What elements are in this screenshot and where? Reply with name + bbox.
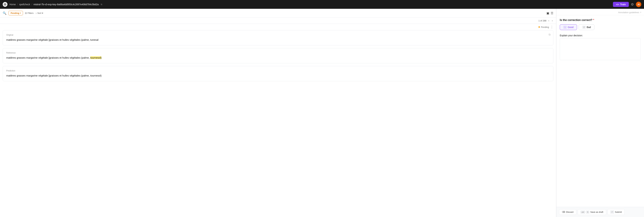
status-label: Pending	[541, 26, 549, 28]
page-sep: of	[540, 20, 542, 22]
avatar[interactable]: JE	[636, 2, 641, 7]
question-section: Is the correction correct? * 1 Good 2 Ba…	[556, 15, 644, 207]
submit-label: Submit	[615, 211, 622, 213]
settings-button[interactable]: ⚙	[631, 2, 634, 6]
prediction-label: Prediction	[6, 70, 550, 72]
explain-textarea[interactable]	[560, 38, 640, 60]
reference-label: Reference	[6, 52, 550, 54]
prediction-text: matières grasses margarine végétale [gra…	[6, 74, 550, 78]
bad-option-button[interactable]: 2 Bad	[579, 24, 594, 30]
breadcrumb-spellcheck[interactable]: spellcheck	[19, 3, 30, 6]
save-draft-button[interactable]: ctrl S Save as draft	[578, 209, 606, 215]
grid-view-button[interactable]: ▣	[546, 11, 549, 15]
pending-chevron-icon: ▾	[20, 12, 21, 14]
good-option-button[interactable]: 1 Good	[560, 24, 577, 30]
train-label: Train	[620, 3, 626, 6]
good-kbd: 1	[563, 26, 567, 28]
prev-page-button[interactable]: ‹	[548, 19, 550, 22]
annotation-guidelines-link[interactable]: Annotation guidelines ↗	[618, 11, 641, 14]
main-layout: 🔍 Pending ▾ ⊟ Filters ↕ Sort ▾ ▣ ☰ 1	[0, 9, 644, 217]
filters-icon: ⊟	[25, 12, 27, 14]
original-text: matières grasses margarine végétale [gra…	[6, 38, 550, 42]
nav-right: </> Train ⚙ JE	[613, 2, 641, 7]
reference-text-before: matières grasses margarine végétale [gra…	[6, 56, 90, 59]
next-page-button[interactable]: ›	[551, 19, 553, 22]
right-panel: Annotation guidelines ↗ Is the correctio…	[556, 9, 644, 217]
left-panel: 🔍 Pending ▾ ⊟ Filters ↕ Sort ▾ ▣ ☰ 1	[0, 9, 556, 217]
sort-button[interactable]: ↕ Sort ▾	[36, 12, 43, 14]
reference-section: Reference matières grasses margarine vég…	[3, 48, 553, 63]
top-navigation: Home / spellcheck / mistral-7b-v3-exp-ke…	[0, 0, 644, 9]
good-label: Good	[568, 26, 574, 28]
filters-label: Filters	[28, 12, 34, 14]
content-area: Original matières grasses margarine végé…	[0, 30, 556, 217]
pagination-bar: 1 of 288 ‹ ›	[0, 18, 556, 24]
more-options-button[interactable]: ⋮	[550, 25, 553, 29]
draft-kbd-ctrl: ctrl	[580, 211, 585, 214]
page-total: 288	[543, 20, 546, 22]
svg-point-1	[4, 4, 6, 5]
toolbar: 🔍 Pending ▾ ⊟ Filters ↕ Sort ▾ ▣ ☰	[0, 9, 556, 18]
status-dot	[538, 26, 540, 28]
external-link-icon: ↗	[640, 11, 641, 14]
original-label: Original	[6, 34, 550, 36]
required-star: *	[593, 18, 594, 22]
pagination-text: 1 of 288	[538, 20, 546, 22]
status-indicator: Pending	[538, 26, 549, 28]
explain-label: Explain your decision:	[560, 34, 640, 37]
reference-text: matières grasses margarine végétale [gra…	[6, 56, 550, 60]
breadcrumb-sep1: /	[17, 3, 18, 6]
draft-label: Save as draft	[590, 211, 603, 213]
code-icon: </>	[616, 3, 619, 6]
question-title: Is the correction correct? *	[560, 18, 640, 22]
breadcrumb: Home / spellcheck / mistral-7b-v3-exp-ke…	[10, 3, 611, 6]
sort-chevron-icon: ▾	[42, 12, 43, 14]
prediction-section: Prediction matières grasses margarine vé…	[3, 66, 553, 81]
original-section: Original matières grasses margarine végé…	[3, 30, 553, 46]
action-bar: ⌫ Discard ctrl S Save as draft ↵ Submit	[556, 207, 644, 217]
copy-model-id-icon[interactable]: ⧉	[101, 3, 102, 6]
sort-icon: ↕	[36, 12, 37, 14]
annotation-guidelines-bar: Annotation guidelines ↗	[556, 9, 644, 15]
search-button[interactable]: 🔍	[3, 11, 6, 15]
train-button[interactable]: </> Train	[613, 2, 629, 7]
submit-button[interactable]: ↵ Submit	[608, 209, 624, 215]
discard-label: Discard	[566, 211, 574, 213]
question-text: Is the correction correct?	[560, 18, 592, 22]
copy-original-icon[interactable]: ⧉	[548, 33, 550, 36]
bad-kbd: 2	[582, 26, 586, 28]
reference-text-highlight: tournesol)	[90, 56, 102, 59]
submit-kbd: ↵	[610, 210, 614, 214]
filters-button[interactable]: ⊟ Filters	[25, 12, 34, 14]
discard-button[interactable]: ⌫ Discard	[559, 209, 576, 215]
breadcrumb-home[interactable]: Home	[10, 3, 16, 6]
pending-label: Pending	[11, 12, 19, 14]
sort-label: Sort	[37, 12, 41, 14]
breadcrumb-model-id: mistral-7b-v3-exp-key-8a68a4dd950c4c2697…	[34, 3, 99, 6]
discard-icon: ⌫	[562, 211, 565, 213]
page-current: 1	[538, 20, 540, 22]
breadcrumb-sep2: /	[32, 3, 32, 6]
list-view-button[interactable]: ☰	[551, 11, 553, 15]
bad-label: Bad	[587, 26, 591, 28]
draft-kbd-s: S	[586, 211, 589, 214]
pending-filter-button[interactable]: Pending ▾	[8, 11, 23, 15]
view-toggle: ▣ ☰	[546, 11, 553, 15]
answer-options: 1 Good 2 Bad	[560, 24, 640, 30]
status-bar: Pending ⋮	[0, 24, 556, 30]
guidelines-label: Annotation guidelines	[618, 11, 639, 14]
logo[interactable]	[3, 2, 8, 7]
